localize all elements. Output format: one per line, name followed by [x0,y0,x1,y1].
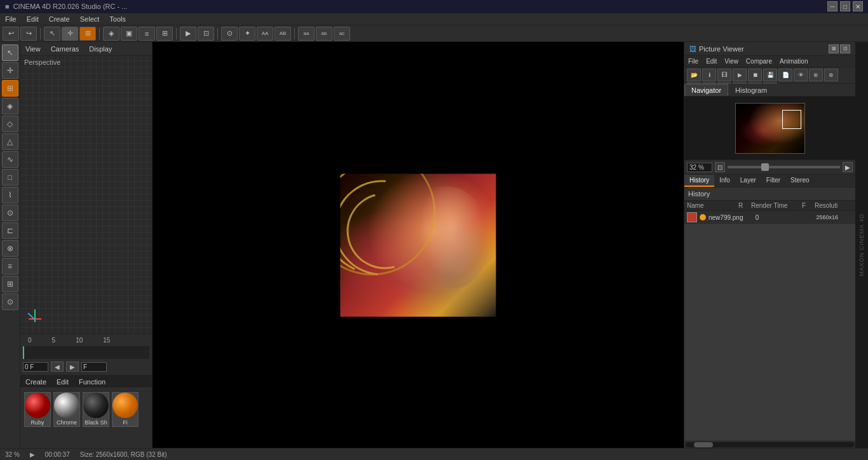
tab-navigator[interactable]: Navigator [684,84,728,96]
toolbar-separator-2 [99,28,100,39]
tool-magnet[interactable]: ⊏ [2,222,18,239]
extra-btn2[interactable]: ab [316,27,332,41]
pv-title-label: Picture Viewer [699,45,744,53]
ab-btn[interactable]: AB [275,27,291,41]
undo-button[interactable]: ↩ [3,27,19,41]
minimize-button[interactable]: ─ [827,1,837,11]
object-btn[interactable]: ◈ [103,27,119,41]
pv-channel-btn[interactable]: ⊕ [809,69,823,81]
camera-btn[interactable]: ⊙ [221,27,238,41]
mat-label-chrome: Chrome [57,419,77,426]
start-frame-input[interactable] [23,362,48,372]
tab-history[interactable]: History [684,175,714,187]
grid-btn[interactable]: ⊞ [156,27,173,41]
c4d-brand-label: MAXON CINEMA 4D [858,213,865,276]
tool-eye[interactable]: ⊙ [2,294,18,310]
pv-view-btn[interactable]: 👁 [794,69,808,81]
render-btn[interactable]: ▶ [180,27,196,41]
redo-button[interactable]: ↪ [20,27,37,41]
close-button[interactable]: ✕ [853,1,863,11]
aa-btn[interactable]: AA [257,27,273,41]
menu-edit[interactable]: Edit [22,13,44,25]
select-tool-button[interactable]: ↖ [44,27,60,41]
pv-gripper-icon[interactable]: ⊠ [829,44,839,53]
zoom-expand-btn[interactable]: ▶ [843,162,853,172]
app-window: ■ CINEMA 4D R20.026 Studio (RC - ... ─ □… [0,0,868,460]
tool-layer[interactable]: ≡ [2,258,18,274]
tool-paint[interactable]: ⊗ [2,240,18,257]
extra-btn3[interactable]: ac [334,27,350,41]
pv-scrollbar[interactable] [684,440,855,448]
material-black[interactable]: Black Sh [83,392,109,427]
tool-box[interactable]: ⊞ [2,80,18,97]
tool-stack[interactable]: ⊞ [2,276,18,292]
menu-file[interactable]: File [0,13,22,25]
tab-stereo[interactable]: Stereo [785,175,814,187]
layer-btn[interactable]: ≡ [139,27,155,41]
maximize-button[interactable]: □ [840,1,850,11]
material-grid: Ruby Chrome Black Sh Fi [20,388,152,431]
tool-camera[interactable]: ⊙ [2,205,18,221]
tab-layer[interactable]: Layer [735,175,761,187]
light-btn[interactable]: ✦ [239,27,255,41]
mat-tab-edit[interactable]: Edit [51,375,74,388]
viewport-canvas[interactable]: Perspective [20,56,152,334]
tool-deform[interactable]: ⌇ [2,187,18,203]
main-viewport[interactable] [153,42,684,448]
pv-toolbar: 📂 ℹ 🎞 ▶ ⏹ 💾 📄 👁 ⊕ ⊗ AA AB AC AD AE AF [684,67,855,84]
move-tool-button[interactable]: ✛ [62,27,78,41]
pv-menu-compare[interactable]: Compare [742,56,776,67]
pv-open-btn[interactable]: 📂 [687,69,701,81]
extra-btn1[interactable]: aa [298,27,315,41]
end-frame-input[interactable] [81,362,107,372]
tab-display[interactable]: Display [84,42,117,55]
zoom-input[interactable] [687,163,712,172]
tab-histogram[interactable]: Histogram [728,84,774,96]
mat-tab-create[interactable]: Create [20,375,51,388]
pv-info-btn[interactable]: ℹ [702,69,716,81]
pv-render-btn[interactable]: ▶ [733,69,747,81]
tool-edge[interactable]: △ [2,133,18,150]
material-ruby[interactable]: Ruby [24,392,51,427]
pv-menu-edit[interactable]: Edit [702,56,721,67]
material-fi[interactable]: Fi [112,392,139,427]
poly-btn[interactable]: ▣ [121,27,137,41]
menu-tools[interactable]: Tools [104,13,131,25]
tool-object[interactable]: ◈ [2,98,18,114]
scroll-track[interactable] [686,442,854,447]
timeline-track[interactable] [23,346,149,359]
tool-spline[interactable]: ∿ [2,151,18,168]
pv-maximize-icon[interactable]: ⊡ [840,44,850,53]
pv-save-btn[interactable]: 💾 [763,69,777,81]
zoom-slider-thumb[interactable] [761,163,769,171]
tool-poly[interactable]: ◇ [2,116,18,132]
play-forward-button[interactable]: ▶ [66,362,79,372]
material-chrome[interactable]: Chrome [53,392,80,427]
render-region-btn[interactable]: ⊡ [198,27,214,41]
mat-tab-function[interactable]: Function [74,375,111,388]
scale-tool-button[interactable]: ⊞ [79,27,96,41]
mat-label-ruby: Ruby [31,419,44,426]
menu-select[interactable]: Select [75,13,105,25]
pv-stop-btn[interactable]: ⏹ [748,69,762,81]
tool-select[interactable]: ↖ [2,44,18,61]
tool-primitive[interactable]: □ [2,169,18,186]
pv-menu-view[interactable]: View [721,56,742,67]
pv-menu-file[interactable]: File [684,56,702,67]
scroll-thumb[interactable] [694,442,713,447]
tab-cameras[interactable]: Cameras [46,42,85,55]
pv-save-as-btn[interactable]: 📄 [778,69,792,81]
zoom-slider[interactable] [728,166,840,168]
tool-move[interactable]: ✛ [2,62,18,79]
status-play-btn[interactable]: ▶ [30,451,35,458]
zoom-step-btn[interactable]: ⊡ [715,162,725,172]
tab-filter[interactable]: Filter [761,175,785,187]
tab-view[interactable]: View [20,42,46,55]
pv-menu-animation[interactable]: Animation [776,56,811,67]
pv-channel2-btn[interactable]: ⊗ [824,69,838,81]
pv-film-btn[interactable]: 🎞 [717,69,731,81]
history-row-0[interactable]: new799.png 0 2560x16 [684,211,855,224]
menu-create[interactable]: Create [44,13,75,25]
tab-info[interactable]: Info [714,175,735,187]
play-back-button[interactable]: ◀ [51,362,64,372]
